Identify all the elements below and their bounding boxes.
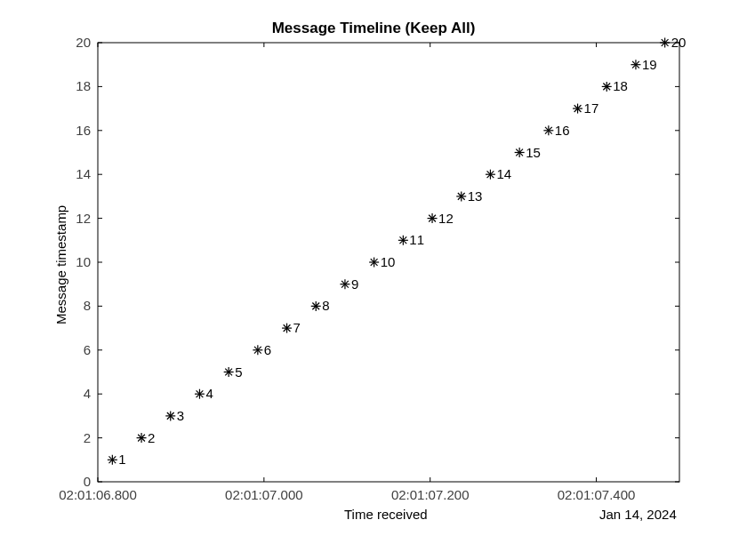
- x-tick-label: 02:01:06.800: [59, 487, 137, 502]
- data-point: [398, 236, 408, 245]
- data-point-label: 3: [177, 408, 184, 423]
- data-point: [428, 213, 438, 223]
- y-tick-label: 6: [84, 342, 91, 357]
- y-tick-label: 18: [76, 78, 91, 93]
- data-point: [369, 258, 379, 268]
- y-tick-label: 10: [76, 254, 91, 269]
- data-point: [660, 38, 670, 48]
- data-point: [456, 191, 466, 201]
- data-point: [165, 411, 175, 420]
- data-point-label: 6: [264, 342, 271, 357]
- y-tick-label: 14: [76, 166, 91, 181]
- data-point-label: 17: [584, 100, 599, 116]
- data-point: [602, 82, 612, 92]
- x-tick-label: 02:01:07.400: [558, 487, 636, 502]
- data-point-label: 16: [555, 123, 570, 138]
- y-tick-label: 16: [76, 123, 91, 138]
- data-point: [282, 324, 292, 333]
- chart-plot-area: 02:01:06.80002:01:07.00002:01:07.20002:0…: [0, 0, 747, 560]
- data-point: [311, 301, 321, 311]
- data-point-label: 2: [148, 430, 155, 445]
- data-point: [195, 389, 205, 399]
- data-point-label: 19: [642, 57, 657, 72]
- y-tick-label: 0: [84, 474, 91, 489]
- data-point-label: 4: [205, 386, 213, 401]
- y-tick-label: 2: [84, 430, 91, 445]
- y-tick-label: 8: [84, 298, 91, 313]
- chart-figure: Message Timeline (Keep All) Message time…: [0, 0, 747, 560]
- data-point-label: 13: [468, 188, 483, 204]
- data-point: [137, 433, 147, 443]
- x-tick-label: 02:01:07.200: [391, 487, 470, 502]
- y-tick-label: 20: [76, 35, 91, 50]
- data-point-label: 12: [438, 211, 454, 226]
- data-point: [340, 279, 349, 289]
- data-point-label: 14: [496, 166, 511, 181]
- data-point: [631, 60, 640, 69]
- data-point: [515, 148, 525, 157]
- x-tick-label: 02:01:07.000: [225, 487, 303, 502]
- y-tick-label: 4: [84, 386, 91, 401]
- data-point-label: 20: [671, 35, 687, 50]
- data-point-label: 8: [322, 298, 329, 313]
- data-point-label: 18: [613, 78, 628, 93]
- data-point-label: 15: [526, 145, 541, 160]
- data-point: [543, 125, 553, 135]
- data-point-label: 5: [235, 364, 242, 380]
- data-point: [224, 367, 234, 377]
- y-tick-label: 12: [76, 211, 91, 226]
- data-point: [108, 455, 117, 465]
- data-point-label: 9: [351, 276, 358, 292]
- data-point: [573, 104, 582, 114]
- data-point: [486, 170, 495, 180]
- data-point-label: 1: [118, 452, 125, 467]
- data-point: [253, 345, 262, 355]
- data-point-label: 11: [409, 232, 424, 247]
- data-point-label: 7: [293, 320, 301, 335]
- data-point-label: 10: [381, 254, 396, 269]
